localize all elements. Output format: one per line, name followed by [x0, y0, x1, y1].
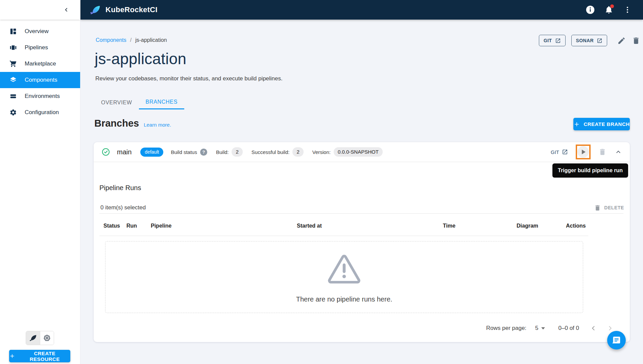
rows-per-page-label: Rows per page: [486, 325, 526, 332]
page-subtitle: Review your codebases, monitor their sta… [95, 75, 283, 82]
build-label: Build: [216, 149, 229, 155]
tab-branches[interactable]: BRANCHES [139, 96, 185, 109]
info-button[interactable] [586, 5, 595, 15]
breadcrumb-components-link[interactable]: Components [96, 37, 126, 43]
sidebar-item-pipelines[interactable]: Pipelines [0, 40, 80, 56]
sonar-button[interactable]: SONAR [571, 35, 608, 46]
pencil-icon [617, 36, 626, 45]
sidebar-item-configuration[interactable]: Configuration [0, 104, 80, 121]
tooltip: Trigger build pipeline run [552, 163, 628, 178]
default-badge: default [140, 148, 163, 157]
external-link-icon [555, 38, 561, 44]
kebab-menu-button[interactable] [623, 5, 632, 15]
sidebar-item-components[interactable]: Components [0, 72, 80, 88]
view-mode-toggle [26, 331, 54, 345]
kubernetes-icon [43, 334, 51, 342]
caret-down-icon [541, 327, 545, 330]
krci-view-toggle-button[interactable] [26, 331, 40, 345]
build-count: 2 [232, 147, 242, 157]
sonar-button-label: SONAR [576, 38, 594, 43]
chat-bubble-icon [612, 335, 621, 345]
pagination-range: 0–0 of 0 [558, 325, 579, 332]
sidebar-item-overview[interactable]: Overview [0, 23, 80, 40]
brand-name: KubeRocketCI [105, 5, 158, 14]
git-button-label: GIT [544, 38, 552, 43]
shopping-cart-icon [9, 60, 17, 68]
external-link-icon [562, 149, 568, 155]
rows-per-page-value: 5 [535, 325, 538, 332]
sidebar-header [0, 0, 80, 20]
version-label: Version: [312, 149, 331, 155]
column-header-diagram: Diagram [517, 223, 566, 229]
pipeline-runs-toolbar: 0 item(s) selected DELETE [100, 202, 624, 214]
create-branch-label: CREATE BRANCH [584, 121, 629, 127]
pagination-nav [589, 323, 615, 333]
notifications-button[interactable] [604, 5, 614, 15]
branch-card: main default Build status ? Build: 2 Suc… [94, 142, 630, 342]
column-header-run: Run [126, 223, 151, 229]
chevron-left-icon [63, 6, 70, 14]
delete-runs-label: DELETE [604, 205, 624, 210]
sidebar-item-label: Pipelines [25, 44, 48, 51]
page-header-actions: GIT SONAR [539, 35, 640, 46]
app-root: Overview Pipelines Marketplace Component… [0, 0, 643, 364]
branch-git-label: GIT [551, 149, 559, 155]
brand: KubeRocketCI [90, 4, 158, 16]
branches-heading-row: Branches Learn more. [94, 118, 171, 129]
kebab-icon [623, 6, 632, 14]
k8s-view-toggle-button[interactable] [40, 331, 54, 345]
collapse-branch-button[interactable] [614, 148, 622, 156]
previous-page-button[interactable] [589, 323, 598, 333]
create-resource-label: CREATE RESOURCE [19, 350, 70, 362]
tab-overview[interactable]: OVERVIEW [94, 96, 139, 109]
trash-icon [632, 36, 640, 45]
warning-triangle-icon [326, 251, 362, 287]
sidebar: Overview Pipelines Marketplace Component… [0, 0, 80, 364]
branches-heading: Branches [94, 118, 139, 129]
version-value: 0.0.0-SNAPSHOT [334, 147, 383, 157]
environments-icon [9, 92, 17, 100]
help-icon[interactable]: ? [200, 149, 207, 156]
column-header-status: Status [103, 223, 126, 229]
sidebar-menu: Overview Pipelines Marketplace Component… [0, 23, 80, 121]
plus-icon [573, 121, 580, 128]
sidebar-item-marketplace[interactable]: Marketplace [0, 56, 80, 72]
page-title: js-application [95, 50, 186, 68]
breadcrumb-current: js-application [135, 37, 167, 43]
chevron-right-icon [606, 324, 614, 332]
play-icon [579, 148, 587, 156]
edit-component-button[interactable] [617, 36, 626, 45]
sidebar-item-label: Overview [25, 28, 49, 35]
column-header-actions: Actions [566, 223, 590, 229]
divider [99, 213, 623, 214]
git-button[interactable]: GIT [539, 35, 566, 46]
pagination: Rows per page: 5 0–0 of 0 [486, 321, 615, 336]
plus-icon [9, 353, 15, 359]
success-check-icon [102, 148, 110, 156]
rows-per-page-select[interactable]: 5 [535, 325, 545, 332]
trash-icon [598, 148, 606, 156]
successful-build-count: 2 [292, 147, 303, 157]
column-header-started-at: Started at [297, 223, 443, 229]
branch-git-link[interactable]: GIT [551, 149, 568, 155]
sidebar-item-environments[interactable]: Environments [0, 88, 80, 104]
sidebar-item-label: Environments [25, 93, 60, 100]
gear-icon [9, 108, 17, 116]
chevron-left-icon [589, 324, 597, 332]
create-resource-button[interactable]: CREATE RESOURCE [9, 350, 70, 362]
feedback-chat-button[interactable] [607, 331, 626, 349]
topbar-actions [586, 5, 632, 15]
delete-branch-button[interactable] [598, 148, 606, 156]
learn-more-link[interactable]: Learn more. [144, 122, 171, 128]
delete-component-button[interactable] [632, 36, 640, 45]
notification-badge [610, 4, 614, 8]
branch-name: main [117, 148, 132, 156]
empty-state: There are no pipeline runs here. [105, 241, 583, 313]
trigger-build-button[interactable] [577, 146, 589, 158]
create-branch-button[interactable]: CREATE BRANCH [573, 118, 630, 130]
delete-runs-button[interactable]: DELETE [594, 204, 624, 211]
sidebar-collapse-button[interactable] [62, 5, 71, 14]
trigger-build-button-highlight [576, 145, 591, 159]
external-link-icon [597, 38, 602, 44]
layers-icon [9, 76, 17, 84]
